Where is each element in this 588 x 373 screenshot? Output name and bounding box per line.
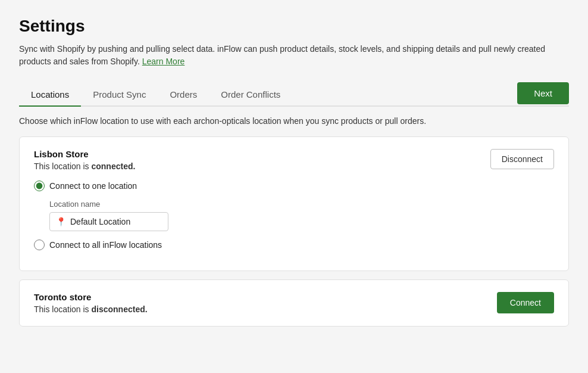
radio-all-locations-input[interactable] — [34, 240, 45, 250]
location-name-label: Location name — [49, 200, 554, 209]
lisbon-name: Lisbon Store — [34, 149, 135, 159]
radio-one-location-input[interactable] — [34, 181, 45, 191]
connect-button[interactable]: Connect — [497, 292, 554, 313]
location-input-wrapper[interactable]: 📍 Default Location — [49, 212, 168, 231]
lisbon-header: Lisbon Store This location is connected.… — [34, 149, 554, 171]
location-name-field: Location name 📍 Default Location — [49, 200, 554, 231]
toronto-info: Toronto store This location is disconnec… — [34, 292, 148, 314]
tab-order-conflicts[interactable]: Order Conflicts — [209, 83, 292, 107]
pin-icon: 📍 — [56, 217, 66, 226]
tab-locations[interactable]: Locations — [19, 83, 81, 107]
toronto-store-card: Toronto store This location is disconnec… — [19, 279, 569, 327]
learn-more-link[interactable]: Learn More — [142, 57, 185, 66]
tabs-row: Locations Product Sync Orders Order Conf… — [19, 82, 569, 107]
tabs-list: Locations Product Sync Orders Order Conf… — [19, 82, 517, 105]
radio-all-locations-label: Connect to all inFlow locations — [49, 240, 162, 250]
lisbon-info: Lisbon Store This location is connected. — [34, 149, 135, 171]
radio-section: Connect to one location Location name 📍 … — [34, 181, 554, 250]
next-button[interactable]: Next — [517, 82, 569, 104]
toronto-status: This location is disconnected. — [34, 304, 148, 314]
radio-one-location[interactable]: Connect to one location — [34, 181, 554, 191]
page-wrapper: Settings Sync with Shopify by pushing an… — [0, 0, 588, 373]
lisbon-status: This location is connected. — [34, 161, 135, 171]
page-title: Settings — [19, 17, 569, 36]
toronto-name: Toronto store — [34, 292, 148, 302]
tab-orders[interactable]: Orders — [158, 83, 209, 107]
disconnect-button[interactable]: Disconnect — [490, 149, 554, 169]
lisbon-store-card: Lisbon Store This location is connected.… — [19, 136, 569, 271]
tab-product-sync[interactable]: Product Sync — [81, 83, 158, 107]
sub-description: Choose which inFlow location to use with… — [19, 116, 569, 126]
toronto-header: Toronto store This location is disconnec… — [34, 292, 554, 314]
radio-all-locations[interactable]: Connect to all inFlow locations — [34, 240, 554, 250]
page-description: Sync with Shopify by pushing and pulling… — [19, 43, 569, 68]
location-input-value: Default Location — [70, 217, 130, 226]
radio-one-location-label: Connect to one location — [49, 181, 137, 191]
